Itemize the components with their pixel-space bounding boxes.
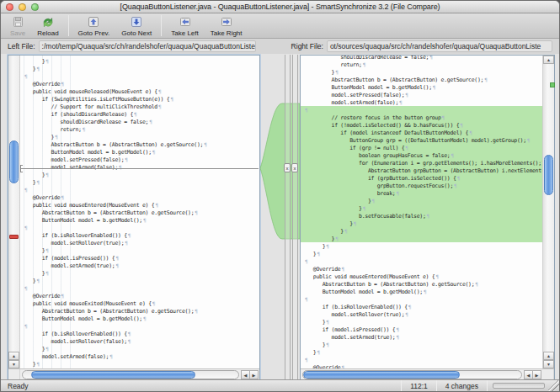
merge-strip-right <box>292 55 298 381</box>
diff-gutter: x x <box>260 55 300 381</box>
discard-change-left-button[interactable]: x <box>284 163 291 172</box>
left-code: }¶ }¶¶ @Override¶ public void mouseRelea… <box>24 57 259 368</box>
save-icon <box>12 16 24 29</box>
take-left-button[interactable]: Take Left <box>165 13 204 38</box>
app-window: [QuaquaButtonListener.java - QuaquaButto… <box>0 0 560 392</box>
horizontal-scroll-arrows: ◀ ▶ <box>525 370 541 379</box>
save-button[interactable]: Save <box>4 13 31 38</box>
left-file-path[interactable]: :/mot/temp/Quaqua/src/ch/randelshofer/qu… <box>39 40 256 52</box>
scroll-down-button[interactable]: ▼ <box>543 360 554 368</box>
minimize-button[interactable] <box>19 3 26 11</box>
scroll-right-button[interactable]: ▶ <box>532 370 541 379</box>
traffic-lights <box>6 3 39 11</box>
scrollbar-track[interactable] <box>302 370 522 379</box>
scroll-up-button[interactable]: ▲ <box>543 56 554 64</box>
scroll-down-button[interactable]: ▼ <box>8 360 19 368</box>
title-bar[interactable]: [QuaquaButtonListener.java - QuaquaButto… <box>1 1 559 13</box>
take-left-icon <box>179 16 191 29</box>
file-path-bar: Left File: :/mot/temp/Quaqua/src/ch/rand… <box>1 39 559 54</box>
left-file-pane: ▲ ▼ }¶ }¶¶ @Override¶ public void mouseR… <box>8 55 260 381</box>
changes-count: 4 changes <box>437 382 487 390</box>
goto-next-button[interactable]: Goto Next <box>115 13 157 38</box>
scroll-up-button[interactable]: ▲ <box>8 352 19 360</box>
left-horizontal-scroll-thumb[interactable] <box>31 371 195 379</box>
compare-area: ▲ ▼ }¶ }¶¶ @Override¶ public void mouseR… <box>1 54 559 381</box>
right-file-path[interactable]: ot/sources/quaqua/src/ch/randelshofer/qu… <box>327 40 552 52</box>
left-vertical-scrollbar[interactable]: ▲ ▼ <box>8 56 20 368</box>
take-left-label: Take Left <box>171 29 198 37</box>
right-file-pane: shouldDiscardRelease = false;¶ return;¶ … <box>300 55 555 381</box>
window-title: [QuaquaButtonListener.java - QuaquaButto… <box>120 3 440 11</box>
status-separator <box>487 380 488 391</box>
red-diff-marker <box>9 235 19 239</box>
goto-next-label: Goto Next <box>121 29 152 37</box>
take-right-icon <box>221 16 232 29</box>
reload-label: Reload <box>37 29 58 37</box>
right-code: shouldDiscardRelease = false;¶ return;¶ … <box>304 56 542 368</box>
merge-strip-left <box>285 55 291 381</box>
take-right-label: Take Right <box>211 29 243 37</box>
right-horizontal-scroll-thumb[interactable] <box>303 371 460 379</box>
goto-prev-label: Goto Prev. <box>78 29 110 37</box>
left-vertical-scroll-thumb[interactable] <box>9 140 19 183</box>
save-label: Save <box>10 29 25 37</box>
green-diff-marker <box>550 82 555 87</box>
insertion-marker-line <box>20 168 259 169</box>
scrollbar-track[interactable] <box>22 370 239 379</box>
discard-change-right-button[interactable]: x <box>291 163 298 172</box>
left-file-label: Left File: <box>8 42 35 50</box>
scroll-right-button[interactable]: ▶ <box>249 370 259 379</box>
goto-prev-icon <box>88 16 99 29</box>
left-code-editor[interactable]: }¶ }¶¶ @Override¶ public void mouseRelea… <box>20 56 259 368</box>
toolbar-separator <box>161 15 162 36</box>
right-horizontal-scrollbar[interactable]: ◀ ▶ <box>301 368 554 380</box>
goto-next-icon <box>131 16 142 29</box>
right-code-editor[interactable]: shouldDiscardRelease = false;¶ return;¶ … <box>301 56 542 368</box>
caret-position: 112:1 <box>402 382 436 390</box>
toolbar: Save Reload Goto Prev. Goto Next T <box>1 13 559 39</box>
reload-button[interactable]: Reload <box>31 13 64 38</box>
right-file-label: Right File: <box>291 42 323 50</box>
scrollbar-track <box>8 56 19 368</box>
progress-bar <box>493 383 545 389</box>
scroll-up-button[interactable]: ▲ <box>543 352 554 360</box>
goto-prev-button[interactable]: Goto Prev. <box>72 13 116 38</box>
status-message: Ready <box>8 382 401 390</box>
reload-icon <box>41 16 55 29</box>
right-vertical-scrollbar[interactable]: ▲ ▲ ▼ <box>542 56 554 368</box>
take-right-button[interactable]: Take Right <box>205 13 248 38</box>
horizontal-scroll-arrows: ◀ ▶ <box>242 370 259 379</box>
zoom-button[interactable] <box>31 3 39 11</box>
status-bar: Ready 112:1 4 changes <box>1 379 559 391</box>
left-horizontal-scrollbar[interactable]: ◀ ▶ <box>8 368 259 380</box>
close-button[interactable] <box>6 3 13 11</box>
right-vertical-scroll-thumb[interactable] <box>544 155 553 195</box>
resize-grip[interactable] <box>548 380 559 391</box>
toolbar-separator <box>68 15 69 36</box>
scrollbar-track <box>543 56 554 368</box>
